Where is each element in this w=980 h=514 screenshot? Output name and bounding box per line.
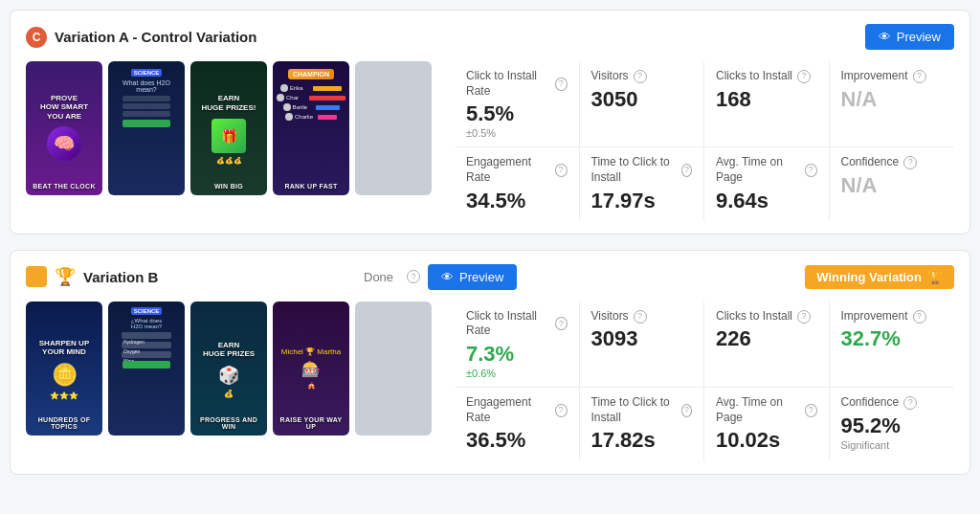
stat-click-install-rate-value-b: 7.3%: [466, 343, 568, 366]
stat-confidence-value-a: N/A: [841, 174, 944, 197]
info-icon-imp-a[interactable]: ?: [913, 70, 926, 83]
stat-avg-time-a: Avg. Time on Page ? 9.64s: [704, 147, 830, 219]
stat-time-click-label-a: Time to Click to Install ?: [591, 155, 693, 185]
stat-engagement-value-b: 36.5%: [466, 429, 568, 452]
quiz-item-1: [122, 96, 170, 101]
stat-improvement-value-a: N/A: [841, 88, 944, 111]
info-icon-atp-a[interactable]: ?: [805, 164, 816, 177]
stat-improvement-value-b: 32.7%: [841, 327, 944, 350]
thumb-b1: SHARPEN UPYOUR MIND 🪙 ⭐⭐⭐ HUNDREDS OF TO…: [26, 302, 102, 436]
stat-clicks-install-value-a: 168: [716, 88, 817, 111]
info-icon-ci-a[interactable]: ?: [797, 70, 811, 83]
stat-time-click-a: Time to Click to Install ? 17.97s: [580, 147, 705, 219]
info-icon-conf-a[interactable]: ?: [903, 156, 917, 169]
info-icon-ci-b[interactable]: ?: [797, 310, 811, 324]
quiz-item-3: [122, 111, 170, 117]
thumb-a4-label: RANK UP FAST: [273, 183, 349, 190]
stat-clicks-install-b: Clicks to Install ? 226: [704, 302, 830, 388]
info-icon-visitors-b[interactable]: ?: [634, 310, 647, 324]
thumb-a4: CHAMPION Erika Char Bartle: [273, 61, 349, 195]
variation-b-badge: [26, 266, 47, 287]
thumb-a1: PROVEHOW SMARTYOU ARE 🧠 Beat the Clock: [26, 61, 102, 195]
quiz-help-btn-b: [122, 361, 170, 369]
thumb-b3-text: EarnHUGE PRIZES: [201, 339, 256, 361]
info-icon-done[interactable]: ?: [407, 270, 420, 283]
variation-a-screenshots: PROVEHOW SMARTYOU ARE 🧠 Beat the Clock S…: [26, 61, 432, 220]
variation-a-header: C Variation A - Control Variation 👁 Prev…: [26, 24, 954, 50]
stat-avg-time-value-b: 10.02s: [716, 429, 817, 452]
thumb-b2-science: SCIENCE: [131, 307, 163, 315]
info-icon-cir-a[interactable]: ?: [555, 78, 567, 91]
info-icon-imp-b[interactable]: ?: [913, 310, 926, 324]
stat-engagement-a: Engagement Rate ? 34.5%: [455, 147, 580, 219]
info-icon-er-b[interactable]: ?: [555, 404, 568, 417]
stat-engagement-value-a: 34.5%: [466, 190, 568, 212]
variation-a-title: Variation A - Control Variation: [55, 29, 858, 45]
stat-click-install-rate-sub-b: ±0.6%: [466, 368, 568, 379]
eye-icon: 👁: [879, 30, 891, 44]
quiz-item-b1: Hydrogen: [122, 332, 171, 339]
champion-badge: CHAMPION: [288, 69, 334, 79]
stat-visitors-value-a: 3050: [591, 88, 693, 111]
variation-a-card: C Variation A - Control Variation 👁 Prev…: [10, 10, 970, 235]
stat-time-click-value-b: 17.82s: [591, 429, 693, 452]
thumb-b1-label: HUNDREDS OF TOPICS: [26, 416, 102, 430]
variation-a-preview-button[interactable]: 👁 Preview: [865, 24, 954, 50]
variation-b-preview-button[interactable]: 👁 Preview: [428, 264, 517, 290]
stat-visitors-b: Visitors ? 3093: [580, 302, 705, 388]
stat-avg-time-b: Avg. Time on Page ? 10.02s: [704, 388, 830, 459]
thumb-b3-label: PROGRESS AND WIN: [190, 416, 267, 430]
stat-visitors-a: Visitors ? 3050: [580, 61, 705, 147]
stat-confidence-label-b: Confidence ?: [841, 395, 944, 411]
thumb-a3-text: EarnHUGE PRIZES!: [200, 92, 258, 114]
stat-time-click-label-b: Time to Click to Install ?: [591, 395, 693, 425]
stat-clicks-install-value-b: 226: [716, 327, 817, 350]
variation-b-header: 🏆 Variation B Done ? 👁 Preview Winning V…: [26, 264, 954, 290]
thumb-b3: EarnHUGE PRIZES 🎲 💰 PROGRESS AND WIN: [190, 302, 267, 436]
stat-confidence-label-a: Confidence ?: [841, 155, 944, 170]
stat-clicks-install-label-b: Clicks to Install ?: [716, 309, 817, 324]
stat-improvement-label-a: Improvement ?: [841, 69, 944, 84]
stat-click-install-rate-value-a: 5.5%: [466, 102, 568, 125]
stat-avg-time-label-a: Avg. Time on Page ?: [716, 155, 817, 185]
lb-row-2: Char: [277, 94, 345, 101]
info-icon-cir-b[interactable]: ?: [555, 317, 567, 330]
variation-b-body: SHARPEN UPYOUR MIND 🪙 ⭐⭐⭐ HUNDREDS OF TO…: [26, 302, 954, 460]
quiz-item-b3: Wow: [122, 351, 171, 358]
stat-time-click-b: Time to Click to Install ? 17.82s: [580, 388, 705, 459]
info-icon-er-a[interactable]: ?: [555, 164, 568, 177]
stat-improvement-label-b: Improvement ?: [841, 309, 944, 324]
info-icon-ttci-b[interactable]: ?: [681, 404, 692, 417]
stat-visitors-label-b: Visitors ?: [591, 309, 693, 324]
variation-a-badge: C: [26, 27, 47, 48]
thumb-b2: SCIENCE ¿What doesH2O mean? Hydrogen Oxy…: [108, 302, 185, 436]
stat-click-install-rate-label-b: Click to Install Rate ?: [466, 309, 568, 339]
thumb-a3: EarnHUGE PRIZES! 🎁 💰💰💰 WIN BIG: [190, 61, 267, 195]
stat-improvement-b: Improvement ? 32.7%: [830, 302, 955, 388]
lb-row-4: Charlie: [285, 113, 337, 121]
quiz-help-btn: [122, 120, 170, 127]
variation-b-card: 🏆 Variation B Done ? 👁 Preview Winning V…: [10, 250, 970, 475]
stat-confidence-value-b: 95.2%: [841, 414, 944, 437]
info-icon-atp-b[interactable]: ?: [805, 404, 816, 417]
thumb-b4-label: RAISE YOUR WAY UP: [273, 416, 349, 430]
winning-badge: Winning Variation 🏆: [805, 265, 954, 289]
variation-a-body: PROVEHOW SMARTYOU ARE 🧠 Beat the Clock S…: [26, 61, 954, 220]
info-icon-visitors-a[interactable]: ?: [634, 70, 647, 83]
variation-b-title: Variation B: [83, 269, 356, 285]
info-icon-conf-b[interactable]: ?: [903, 396, 917, 410]
thumb-b4: Michel 🏆 Martha 🎰 🎪 RAISE YOUR WAY UP: [273, 302, 349, 436]
thumb-a2: SCIENCE What does H2O mean?: [108, 61, 185, 195]
variation-a-stats: Click to Install Rate ? 5.5% ±0.5% Visit…: [443, 61, 954, 220]
stat-engagement-label-a: Engagement Rate ?: [466, 155, 568, 185]
variation-b-screenshots: SHARPEN UPYOUR MIND 🪙 ⭐⭐⭐ HUNDREDS OF TO…: [26, 302, 432, 460]
quiz-item-b2: Oxygen: [122, 342, 171, 348]
stat-improvement-a: Improvement ? N/A: [830, 61, 955, 147]
thumb-a5-placeholder: [355, 61, 432, 195]
stat-visitors-value-b: 3093: [591, 327, 693, 350]
eye-icon-b: 👁: [441, 270, 454, 284]
lb-row-1: Erika: [280, 84, 342, 92]
info-icon-ttci-a[interactable]: ?: [681, 164, 692, 177]
stat-visitors-label-a: Visitors ?: [591, 69, 693, 84]
thumb-a2-science: SCIENCE: [131, 69, 163, 77]
